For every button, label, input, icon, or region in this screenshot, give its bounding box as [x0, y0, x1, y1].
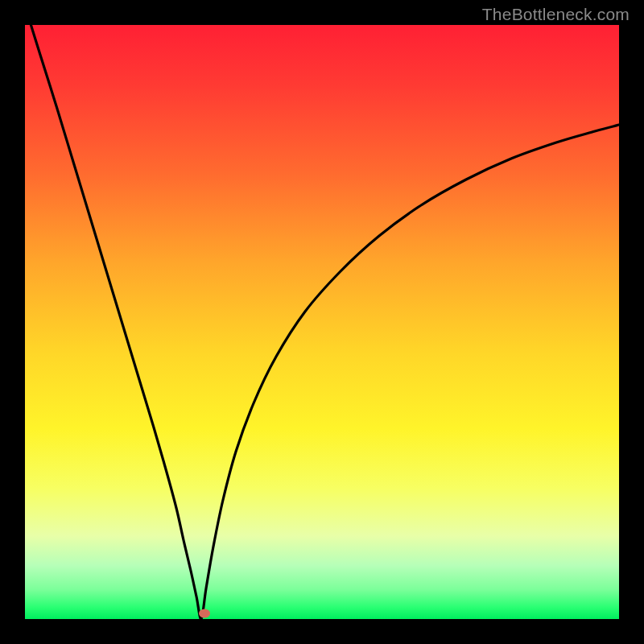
plot-area: [25, 25, 619, 619]
minimum-marker-dot: [199, 609, 210, 618]
chart-frame: TheBottleneck.com: [0, 0, 644, 644]
watermark-text: TheBottleneck.com: [482, 5, 630, 24]
bottleneck-curve: [25, 25, 619, 619]
